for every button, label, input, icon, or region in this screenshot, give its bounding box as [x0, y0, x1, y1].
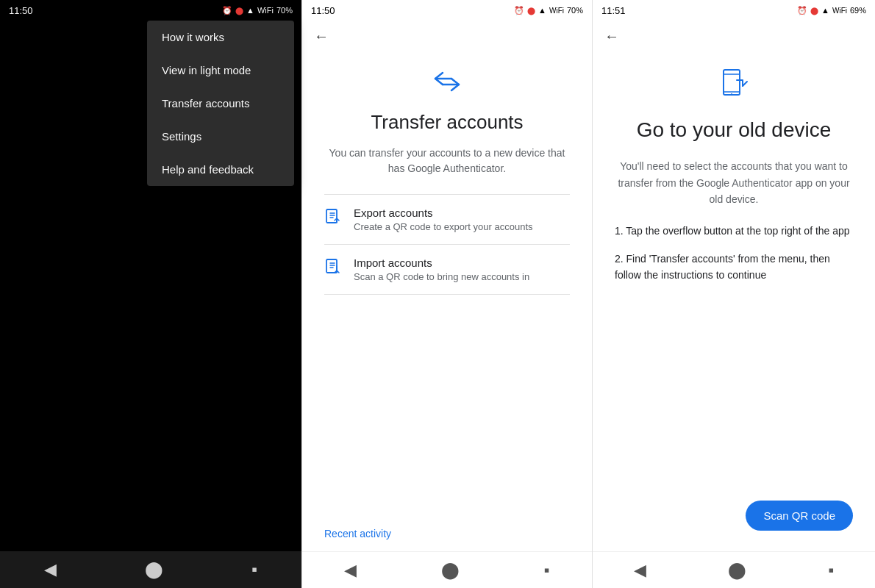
alarm-icon: ⏰: [222, 6, 232, 15]
panel-transfer-accounts: 11:50 ⏰ ⬤ ▲ WiFi 70% ← Transfer accounts…: [301, 0, 592, 588]
import-accounts-item[interactable]: Import accounts Scan a QR code to bring …: [324, 245, 570, 294]
export-accounts-item[interactable]: Export accounts Create a QR code to expo…: [324, 195, 570, 244]
back-nav-p3[interactable]: ◀: [634, 561, 646, 580]
home-nav-p3[interactable]: ⬤: [728, 561, 746, 580]
import-accounts-title: Import accounts: [354, 257, 570, 269]
menu-item-how-it-works[interactable]: How it works: [147, 21, 294, 54]
signal-icon-p2: ▲: [538, 6, 546, 15]
import-icon: [324, 258, 342, 280]
screen-header-panel2: ←: [302, 21, 592, 52]
panel-dark-menu: 11:50 ⏰ ⬤ ▲ WiFi 70% How it works View i…: [0, 0, 301, 588]
export-accounts-title: Export accounts: [354, 207, 570, 219]
home-nav-p2[interactable]: ⬤: [441, 561, 460, 580]
home-nav-icon[interactable]: ⬤: [145, 560, 163, 579]
scan-qr-button[interactable]: Scan QR code: [746, 501, 853, 531]
transfer-title: Transfer accounts: [371, 111, 523, 134]
recent-activity-link[interactable]: Recent activity: [302, 516, 592, 551]
svg-rect-1: [326, 259, 337, 273]
dropdown-menu: How it works View in light mode Transfer…: [147, 21, 294, 186]
import-accounts-text: Import accounts Scan a QR code to bring …: [354, 257, 570, 282]
import-accounts-subtitle: Scan a QR code to bring new accounts in: [354, 271, 570, 282]
wifi-icon-dark: WiFi: [257, 6, 274, 15]
old-device-step1: 1. Tap the overflow button at the top ri…: [615, 223, 853, 239]
time-panel3: 11:51: [601, 5, 626, 16]
recents-nav-p2[interactable]: ▪: [544, 561, 550, 580]
transfer-icon: [429, 67, 465, 99]
menu-item-view-light-mode[interactable]: View in light mode: [147, 54, 294, 87]
old-device-description: You'll need to select the accounts that …: [615, 158, 853, 207]
alarm-icon-p3: ⏰: [797, 6, 807, 15]
status-icons-dark: ⏰ ⬤ ▲ WiFi 70%: [222, 6, 293, 15]
status-bar-panel3: 11:51 ⏰ ⬤ ▲ WiFi 69%: [593, 0, 875, 21]
wifi-icon-p2: WiFi: [549, 7, 564, 15]
old-device-step2: 2. Find 'Transfer accounts' from the men…: [615, 251, 853, 284]
menu-item-transfer-accounts[interactable]: Transfer accounts: [147, 87, 294, 120]
panel-old-device: 11:51 ⏰ ⬤ ▲ WiFi 69% ← Go to your old de…: [592, 0, 875, 588]
menu-item-help-feedback[interactable]: Help and feedback: [147, 153, 294, 186]
status-icons-panel3: ⏰ ⬤ ▲ WiFi 69%: [797, 6, 866, 15]
svg-rect-2: [724, 70, 740, 95]
wifi-icon-p3: WiFi: [832, 7, 847, 15]
status-bar-dark: 11:50 ⏰ ⬤ ▲ WiFi 70%: [0, 0, 301, 21]
recents-nav-p3[interactable]: ▪: [828, 561, 834, 580]
time-dark: 11:50: [9, 5, 33, 16]
svg-point-3: [731, 93, 732, 95]
export-accounts-subtitle: Create a QR code to export your accounts: [354, 221, 570, 232]
export-icon: [324, 208, 342, 230]
battery-p3: 69%: [850, 6, 866, 15]
menu-item-settings[interactable]: Settings: [147, 120, 294, 153]
status-bar-panel2: 11:50 ⏰ ⬤ ▲ WiFi 70%: [302, 0, 592, 21]
nav-bar-dark: ◀ ⬤ ▪: [0, 551, 301, 588]
old-device-content: Go to your old device You'll need to sel…: [593, 52, 875, 551]
svg-rect-0: [326, 209, 337, 223]
record-icon-p3: ⬤: [810, 7, 818, 15]
alarm-icon-p2: ⏰: [514, 6, 524, 15]
back-arrow-panel3[interactable]: ←: [604, 28, 619, 45]
record-icon: ⬤: [235, 7, 243, 15]
nav-bar-panel3: ◀ ⬤ ▪: [593, 551, 875, 588]
back-nav-p2[interactable]: ◀: [344, 561, 357, 580]
time-panel2: 11:50: [311, 5, 335, 16]
signal-icon-p3: ▲: [821, 6, 829, 15]
export-accounts-text: Export accounts Create a QR code to expo…: [354, 207, 570, 232]
transfer-content: Transfer accounts You can transfer your …: [302, 52, 592, 516]
recents-nav-icon[interactable]: ▪: [251, 560, 257, 579]
nav-bar-panel2: ◀ ⬤ ▪: [302, 551, 592, 588]
old-device-title: Go to your old device: [615, 117, 853, 143]
battery-dark: 70%: [276, 6, 293, 15]
battery-p2: 70%: [567, 6, 583, 15]
back-nav-icon[interactable]: ◀: [44, 560, 57, 579]
signal-icon: ▲: [246, 6, 254, 15]
record-icon-p2: ⬤: [527, 7, 535, 15]
divider-bottom: [324, 294, 570, 295]
transfer-description: You can transfer your accounts to a new …: [324, 146, 570, 176]
old-device-icon: [615, 67, 853, 105]
status-icons-panel2: ⏰ ⬤ ▲ WiFi 70%: [514, 6, 583, 15]
back-arrow-panel2[interactable]: ←: [314, 28, 329, 45]
screen-header-panel3: ←: [593, 21, 875, 52]
